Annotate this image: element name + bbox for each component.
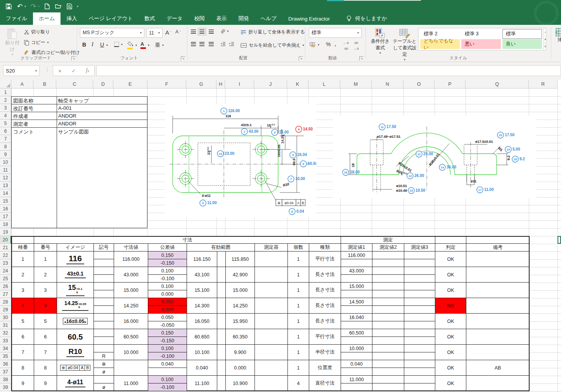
row-header-7[interactable]: 7 <box>0 135 11 143</box>
formula-input[interactable] <box>96 65 561 76</box>
row-header-35[interactable]: 35 <box>0 352 11 360</box>
increase-decimal-button[interactable]: ←.0.00 <box>343 41 349 50</box>
row-header-20[interactable]: 20 <box>0 236 11 244</box>
align-right-icon[interactable] <box>209 42 214 46</box>
cell-tolerance[interactable]: 0.050-0.050 <box>148 314 187 329</box>
align-bottom-icon[interactable] <box>209 29 214 34</box>
formula-bar-handle[interactable]: ⋮ <box>45 67 50 72</box>
col-header-検番[interactable]: 検番 <box>12 244 34 251</box>
tab-表示[interactable]: 表示 <box>211 12 233 25</box>
cell-measured-3[interactable] <box>404 329 435 344</box>
cell-range-upper[interactable]: 11.100 <box>187 376 217 391</box>
cell-image[interactable]: 16±0.05 <box>57 314 94 329</box>
number-dialog-launcher[interactable]: ↘ <box>359 56 364 61</box>
cell-measured-2[interactable] <box>372 283 404 298</box>
comma-style-button[interactable]: , <box>334 40 336 47</box>
row-header-26[interactable]: 26 <box>0 283 11 290</box>
cell-bangou[interactable]: 4 <box>34 298 57 313</box>
cell-quantity[interactable]: 1 <box>288 298 309 313</box>
cell-measured-1[interactable]: 15.000 <box>341 283 372 298</box>
font-dialog-launcher[interactable]: ↘ <box>181 56 185 61</box>
column-header-R[interactable]: R <box>529 80 558 88</box>
cell-range-lower[interactable]: 115.850 <box>226 252 255 267</box>
cell-dimension-type[interactable]: 直径寸法 <box>309 376 341 391</box>
cell-kenban[interactable]: 8 <box>12 360 34 375</box>
row-header-5[interactable]: 5 <box>0 120 11 127</box>
cell-dimension-type[interactable]: 長さ寸法 <box>309 267 341 282</box>
cell-bangou[interactable]: 9 <box>34 376 57 391</box>
row-header-24[interactable]: 24 <box>0 267 11 275</box>
cell-kigou[interactable] <box>94 329 114 344</box>
cell-dimension-type[interactable]: 平行寸法 <box>309 329 341 344</box>
gallery-more-icon[interactable]: ⇟ <box>544 43 547 50</box>
group-header-measurement[interactable]: 測定 <box>341 237 435 243</box>
tab-ページ レイアウト[interactable]: ページ レイアウト <box>83 12 139 25</box>
row-header-23[interactable]: 23 <box>0 259 11 267</box>
column-header-N[interactable]: N <box>372 80 403 88</box>
row-header-34[interactable]: 34 <box>0 345 11 352</box>
fill-color-button[interactable]: ▾ <box>127 41 137 49</box>
cell-instrument[interactable] <box>255 360 288 375</box>
column-header-O[interactable]: O <box>403 80 435 88</box>
cell-dim-value[interactable]: 43.000 <box>114 267 148 282</box>
cell-range-gap[interactable] <box>217 267 226 282</box>
underline-button[interactable]: U <box>100 42 104 48</box>
tab-開発[interactable]: 開発 <box>233 12 255 25</box>
cell-kenban[interactable]: 1 <box>12 252 34 267</box>
row-header-3[interactable]: 3 <box>0 104 11 112</box>
cell-dimension-type[interactable]: 位置度 <box>309 360 341 375</box>
column-header-I[interactable]: I <box>225 80 254 88</box>
info-value[interactable]: A-001 <box>58 105 72 111</box>
cell-tolerance[interactable]: 0.100-0.100 <box>148 267 187 282</box>
cell-tolerance[interactable]: 0.1000.000 <box>148 283 187 298</box>
cell-kigou[interactable] <box>94 314 114 329</box>
phonetic-button[interactable]: 亜▾ <box>155 42 164 49</box>
row-header-13[interactable]: 13 <box>0 182 11 189</box>
cell-dimension-type[interactable]: 長さ寸法 <box>309 298 341 313</box>
print-preview-icon[interactable] <box>66 2 73 10</box>
cell-dimension-type[interactable]: 半径寸法 <box>309 345 341 360</box>
cell-tolerance[interactable]: 0.150-0.150 <box>148 329 187 344</box>
align-middle-icon[interactable] <box>199 29 204 34</box>
cell-range-upper[interactable]: 43.100 <box>187 267 217 282</box>
cell-measured-1[interactable]: 60.500 <box>341 329 372 344</box>
cell-range-upper[interactable]: 16.050 <box>187 314 217 329</box>
col-header-個数[interactable]: 個数 <box>288 244 309 251</box>
gallery-up-icon[interactable]: ▲ <box>544 28 547 36</box>
cell-kenban[interactable]: 2 <box>12 267 34 282</box>
cell-judgement[interactable]: OK <box>435 376 466 391</box>
row-header-19[interactable]: 19 <box>0 228 11 236</box>
cell-range-gap[interactable] <box>217 252 226 267</box>
cell-tolerance[interactable]: 0.0500.000 <box>148 298 187 313</box>
row-header-4[interactable]: 4 <box>0 112 11 120</box>
cell-kenban[interactable]: 9 <box>12 376 34 391</box>
column-header-C[interactable]: C <box>56 80 93 88</box>
cell-image[interactable]: 43±0.1 <box>57 267 94 282</box>
cell-judgement[interactable]: OK <box>435 252 466 267</box>
active-cell-s20[interactable] <box>558 236 561 244</box>
row-header-11[interactable]: 11 <box>0 166 11 174</box>
cell-instrument[interactable] <box>255 329 288 344</box>
wrap-text-button[interactable]: 折り返して全体を表示する <box>241 29 305 35</box>
cell-measured-3[interactable] <box>404 252 435 267</box>
col-header-判定[interactable]: 判定 <box>435 244 466 251</box>
column-header-A[interactable]: A <box>11 80 33 88</box>
col-header-寸法値[interactable]: 寸法値 <box>114 244 148 251</box>
cell-measured-2[interactable] <box>372 298 404 313</box>
tab-数式[interactable]: 数式 <box>139 12 161 25</box>
cell-kigou[interactable]: ø <box>94 376 114 391</box>
clipboard-dialog-launcher[interactable]: ↘ <box>71 56 76 61</box>
underline-dropdown-icon[interactable]: ▾ <box>106 43 108 47</box>
cell-measured-2[interactable] <box>372 267 404 282</box>
cell-range-lower[interactable]: 42.900 <box>226 267 255 282</box>
gallery-scrollbar[interactable]: ▲ ▼ ⇟ <box>544 28 547 50</box>
col-header-番号[interactable]: 番号 <box>34 244 57 251</box>
row-header-18[interactable]: 18 <box>0 220 11 228</box>
column-header-E[interactable]: E <box>113 80 147 88</box>
col-header-測定値2[interactable]: 測定値2 <box>372 244 404 251</box>
cell-remark[interactable] <box>466 267 530 282</box>
cell-quantity[interactable]: 1 <box>288 283 309 298</box>
cell-judgement[interactable]: OK <box>435 283 466 298</box>
cell-image[interactable]: 60.5 <box>57 329 94 344</box>
cell-kigou[interactable] <box>94 252 114 267</box>
